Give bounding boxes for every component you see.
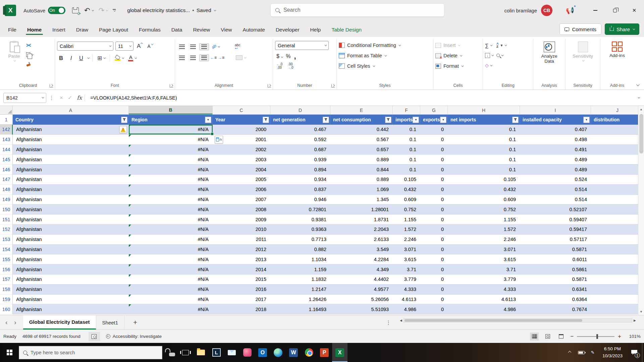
table-header-Region[interactable]: Region▼	[129, 115, 213, 125]
ribbon-tab-view[interactable]: View	[215, 23, 237, 37]
select-all-corner[interactable]	[0, 106, 13, 114]
ribbon-tab-formulas[interactable]: Formulas	[133, 23, 166, 37]
cell[interactable]: 0.498	[520, 135, 591, 144]
clipboard-dialog-launcher[interactable]	[50, 84, 53, 87]
undo-button[interactable]: ↶	[84, 6, 93, 14]
orientation-button[interactable]: ab	[210, 42, 221, 51]
cell[interactable]: 0	[420, 235, 448, 244]
search-input[interactable]	[283, 7, 439, 13]
cell[interactable]: 2013	[213, 254, 270, 264]
cell[interactable]: 2018	[213, 304, 270, 314]
page-break-view-button[interactable]	[557, 333, 566, 341]
row-header-149[interactable]: 149	[0, 195, 13, 205]
ribbon-tab-automate[interactable]: Automate	[237, 23, 270, 37]
column-header-D[interactable]: D	[270, 106, 330, 114]
column-header-E[interactable]: E	[330, 106, 393, 114]
row-header-151[interactable]: 151	[0, 215, 13, 225]
cell[interactable]: 0.592	[270, 135, 330, 144]
cell[interactable]	[591, 155, 644, 164]
collapse-ribbon-button[interactable]	[636, 83, 640, 86]
cell[interactable]: 0.1	[448, 145, 520, 155]
taskbar-app-gaming-peripherals-icon[interactable]	[162, 343, 178, 362]
autosum-button[interactable]: ∑	[485, 42, 493, 49]
cell[interactable]: 3.71	[448, 264, 520, 274]
cell[interactable]: Afghanistan	[13, 175, 129, 184]
cell[interactable]: 0.1	[448, 125, 520, 134]
conditional-formatting-button[interactable]: Conditional Formatting	[339, 41, 431, 50]
taskbar-app-file-explorer-icon[interactable]	[193, 343, 209, 362]
cell[interactable]: 0.491	[520, 145, 591, 155]
cell[interactable]	[591, 204, 644, 214]
cell[interactable]: 2008	[213, 204, 270, 214]
row-header-155[interactable]: 155	[0, 254, 13, 264]
cell[interactable]: 4.333	[448, 285, 520, 294]
cell[interactable]: 0.7713	[270, 235, 330, 244]
cell[interactable]: 0.7674	[520, 304, 591, 314]
align-bottom-button[interactable]	[199, 43, 209, 50]
clear-button[interactable]: ◇	[485, 62, 493, 69]
cell[interactable]: 2007	[213, 195, 270, 204]
sheet-tab-sheet1[interactable]: Sheet1	[96, 315, 125, 329]
column-header-H[interactable]: H	[448, 106, 520, 114]
cell[interactable]	[591, 145, 644, 155]
sheet-options-kebab[interactable]: ⋮	[386, 315, 391, 329]
cell[interactable]: 0.1	[393, 165, 420, 174]
battery-icon[interactable]	[576, 343, 587, 362]
cell[interactable]: 0.59417	[520, 225, 591, 234]
cell[interactable]: 5.51093	[330, 304, 393, 314]
copy-button[interactable]	[26, 51, 33, 58]
cell[interactable]: 0	[420, 125, 448, 134]
table-header-net-consumption[interactable]: net consumption	[330, 115, 393, 125]
cell[interactable]: 3.71	[393, 264, 420, 274]
cell[interactable]: 0	[420, 135, 448, 144]
cell[interactable]: 2.6133	[330, 235, 393, 244]
cell[interactable]: 1.069	[330, 185, 393, 194]
taskbar-app-word-icon[interactable]: W	[286, 343, 301, 362]
percent-style-button[interactable]: %	[286, 53, 290, 59]
cell[interactable]: 0.105	[448, 175, 520, 184]
scroll-left-arrow[interactable]: ◀	[400, 319, 402, 322]
cell[interactable]	[591, 245, 644, 254]
enter-button[interactable]: ✓	[68, 95, 72, 101]
cell[interactable]: 2006	[213, 185, 270, 194]
sensitivity-button[interactable]: Sensitivity	[572, 40, 594, 81]
restore-button[interactable]	[605, 0, 625, 21]
cell[interactable]: Afghanistan	[13, 304, 129, 314]
cell[interactable]: 2015	[213, 275, 270, 284]
cell[interactable]: Afghanistan	[13, 275, 129, 284]
cell[interactable]	[591, 165, 644, 174]
cell[interactable]: 0	[420, 195, 448, 204]
cell[interactable]: Afghanistan	[13, 235, 129, 244]
cell[interactable]: 0.837	[270, 185, 330, 194]
cell[interactable]: #N/A	[129, 175, 213, 184]
cell[interactable]	[591, 195, 644, 204]
cell[interactable]: 0.6011	[520, 254, 591, 264]
cell[interactable]: 0	[420, 185, 448, 194]
cell[interactable]: #N/A	[129, 185, 213, 194]
row-header-159[interactable]: 159	[0, 295, 13, 305]
cell[interactable]: 0.467	[270, 125, 330, 134]
cell[interactable]: 0.1	[393, 135, 420, 144]
sheet-view-icon[interactable]	[89, 332, 100, 341]
underline-button[interactable]: U	[77, 55, 85, 61]
cell[interactable]: 0.1	[448, 155, 520, 164]
cell[interactable]	[591, 225, 644, 234]
cell[interactable]: Afghanistan	[13, 185, 129, 194]
column-header-A[interactable]: A	[13, 106, 129, 114]
name-box[interactable]: B142	[3, 93, 46, 103]
cell[interactable]: 0.6341	[520, 285, 591, 294]
cell[interactable]: 0	[420, 285, 448, 294]
close-button[interactable]: ✕	[625, 0, 644, 21]
align-center-button[interactable]	[188, 54, 198, 61]
font-dialog-launcher[interactable]	[170, 84, 173, 87]
error-warning-icon[interactable]	[119, 126, 127, 133]
hidden-icons-button[interactable]	[564, 343, 576, 362]
cell[interactable]: 2009	[213, 215, 270, 224]
cell[interactable]: 2010	[213, 225, 270, 234]
pen-icon[interactable]: ✎	[587, 343, 598, 362]
cell[interactable]: 1.16493	[270, 304, 330, 314]
format-as-table-button[interactable]: Format as Table	[339, 51, 431, 60]
ribbon-tab-review[interactable]: Review	[187, 23, 215, 37]
cell[interactable]	[591, 254, 644, 264]
cell[interactable]: 2011	[213, 235, 270, 244]
